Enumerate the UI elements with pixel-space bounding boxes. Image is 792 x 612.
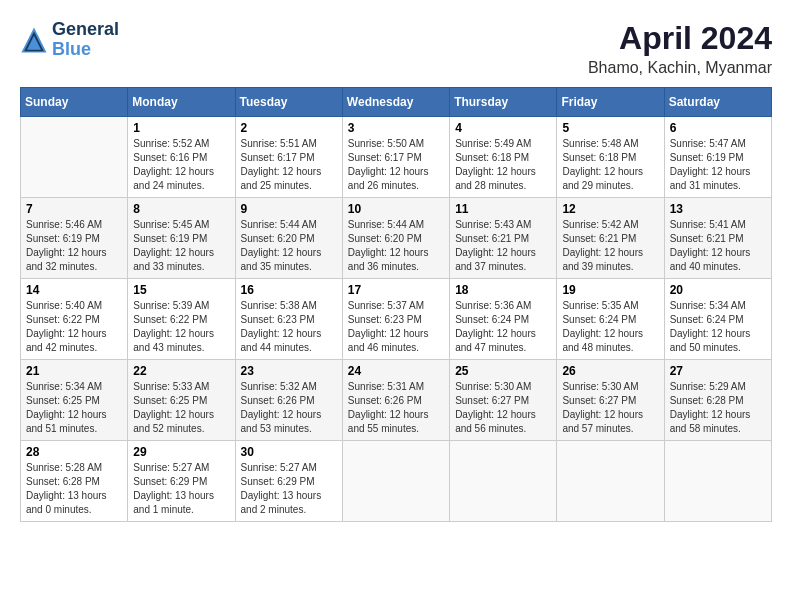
weekday-header: Sunday	[21, 88, 128, 117]
calendar-cell: 3Sunrise: 5:50 AM Sunset: 6:17 PM Daylig…	[342, 117, 449, 198]
day-number: 4	[455, 121, 551, 135]
day-info: Sunrise: 5:27 AM Sunset: 6:29 PM Dayligh…	[241, 461, 337, 517]
calendar-cell: 18Sunrise: 5:36 AM Sunset: 6:24 PM Dayli…	[450, 279, 557, 360]
day-info: Sunrise: 5:44 AM Sunset: 6:20 PM Dayligh…	[241, 218, 337, 274]
calendar-cell: 5Sunrise: 5:48 AM Sunset: 6:18 PM Daylig…	[557, 117, 664, 198]
day-info: Sunrise: 5:46 AM Sunset: 6:19 PM Dayligh…	[26, 218, 122, 274]
day-number: 21	[26, 364, 122, 378]
calendar-cell	[342, 441, 449, 522]
day-number: 15	[133, 283, 229, 297]
day-info: Sunrise: 5:49 AM Sunset: 6:18 PM Dayligh…	[455, 137, 551, 193]
day-number: 13	[670, 202, 766, 216]
weekday-header: Thursday	[450, 88, 557, 117]
day-info: Sunrise: 5:35 AM Sunset: 6:24 PM Dayligh…	[562, 299, 658, 355]
calendar-cell: 27Sunrise: 5:29 AM Sunset: 6:28 PM Dayli…	[664, 360, 771, 441]
calendar-cell	[557, 441, 664, 522]
calendar-cell: 20Sunrise: 5:34 AM Sunset: 6:24 PM Dayli…	[664, 279, 771, 360]
calendar-cell: 1Sunrise: 5:52 AM Sunset: 6:16 PM Daylig…	[128, 117, 235, 198]
day-number: 29	[133, 445, 229, 459]
calendar-cell: 25Sunrise: 5:30 AM Sunset: 6:27 PM Dayli…	[450, 360, 557, 441]
day-info: Sunrise: 5:52 AM Sunset: 6:16 PM Dayligh…	[133, 137, 229, 193]
day-number: 28	[26, 445, 122, 459]
calendar-week-row: 28Sunrise: 5:28 AM Sunset: 6:28 PM Dayli…	[21, 441, 772, 522]
day-info: Sunrise: 5:27 AM Sunset: 6:29 PM Dayligh…	[133, 461, 229, 517]
day-number: 18	[455, 283, 551, 297]
day-number: 12	[562, 202, 658, 216]
calendar-cell	[664, 441, 771, 522]
day-info: Sunrise: 5:29 AM Sunset: 6:28 PM Dayligh…	[670, 380, 766, 436]
calendar-table: SundayMondayTuesdayWednesdayThursdayFrid…	[20, 87, 772, 522]
day-info: Sunrise: 5:41 AM Sunset: 6:21 PM Dayligh…	[670, 218, 766, 274]
calendar-cell: 30Sunrise: 5:27 AM Sunset: 6:29 PM Dayli…	[235, 441, 342, 522]
day-number: 23	[241, 364, 337, 378]
calendar-cell: 2Sunrise: 5:51 AM Sunset: 6:17 PM Daylig…	[235, 117, 342, 198]
day-number: 16	[241, 283, 337, 297]
calendar-week-row: 14Sunrise: 5:40 AM Sunset: 6:22 PM Dayli…	[21, 279, 772, 360]
calendar-cell: 26Sunrise: 5:30 AM Sunset: 6:27 PM Dayli…	[557, 360, 664, 441]
calendar-cell: 19Sunrise: 5:35 AM Sunset: 6:24 PM Dayli…	[557, 279, 664, 360]
day-number: 8	[133, 202, 229, 216]
calendar-cell	[450, 441, 557, 522]
day-info: Sunrise: 5:40 AM Sunset: 6:22 PM Dayligh…	[26, 299, 122, 355]
day-number: 24	[348, 364, 444, 378]
calendar-cell: 6Sunrise: 5:47 AM Sunset: 6:19 PM Daylig…	[664, 117, 771, 198]
day-number: 14	[26, 283, 122, 297]
calendar-cell: 14Sunrise: 5:40 AM Sunset: 6:22 PM Dayli…	[21, 279, 128, 360]
day-number: 10	[348, 202, 444, 216]
page-header: General Blue April 2024 Bhamo, Kachin, M…	[20, 20, 772, 77]
day-number: 2	[241, 121, 337, 135]
day-info: Sunrise: 5:28 AM Sunset: 6:28 PM Dayligh…	[26, 461, 122, 517]
day-number: 9	[241, 202, 337, 216]
day-info: Sunrise: 5:39 AM Sunset: 6:22 PM Dayligh…	[133, 299, 229, 355]
calendar-cell: 13Sunrise: 5:41 AM Sunset: 6:21 PM Dayli…	[664, 198, 771, 279]
day-info: Sunrise: 5:45 AM Sunset: 6:19 PM Dayligh…	[133, 218, 229, 274]
day-number: 3	[348, 121, 444, 135]
title-area: April 2024 Bhamo, Kachin, Myanmar	[588, 20, 772, 77]
calendar-week-row: 7Sunrise: 5:46 AM Sunset: 6:19 PM Daylig…	[21, 198, 772, 279]
logo: General Blue	[20, 20, 119, 60]
calendar-cell: 8Sunrise: 5:45 AM Sunset: 6:19 PM Daylig…	[128, 198, 235, 279]
day-info: Sunrise: 5:50 AM Sunset: 6:17 PM Dayligh…	[348, 137, 444, 193]
day-info: Sunrise: 5:43 AM Sunset: 6:21 PM Dayligh…	[455, 218, 551, 274]
calendar-cell: 17Sunrise: 5:37 AM Sunset: 6:23 PM Dayli…	[342, 279, 449, 360]
day-info: Sunrise: 5:30 AM Sunset: 6:27 PM Dayligh…	[455, 380, 551, 436]
calendar-cell: 4Sunrise: 5:49 AM Sunset: 6:18 PM Daylig…	[450, 117, 557, 198]
day-number: 19	[562, 283, 658, 297]
calendar-cell: 11Sunrise: 5:43 AM Sunset: 6:21 PM Dayli…	[450, 198, 557, 279]
day-info: Sunrise: 5:32 AM Sunset: 6:26 PM Dayligh…	[241, 380, 337, 436]
main-title: April 2024	[588, 20, 772, 57]
day-info: Sunrise: 5:42 AM Sunset: 6:21 PM Dayligh…	[562, 218, 658, 274]
weekday-header: Tuesday	[235, 88, 342, 117]
calendar-cell: 7Sunrise: 5:46 AM Sunset: 6:19 PM Daylig…	[21, 198, 128, 279]
calendar-cell: 9Sunrise: 5:44 AM Sunset: 6:20 PM Daylig…	[235, 198, 342, 279]
day-number: 11	[455, 202, 551, 216]
day-number: 22	[133, 364, 229, 378]
day-info: Sunrise: 5:44 AM Sunset: 6:20 PM Dayligh…	[348, 218, 444, 274]
weekday-header: Wednesday	[342, 88, 449, 117]
weekday-header-row: SundayMondayTuesdayWednesdayThursdayFrid…	[21, 88, 772, 117]
day-number: 1	[133, 121, 229, 135]
subtitle: Bhamo, Kachin, Myanmar	[588, 59, 772, 77]
calendar-week-row: 1Sunrise: 5:52 AM Sunset: 6:16 PM Daylig…	[21, 117, 772, 198]
calendar-cell: 23Sunrise: 5:32 AM Sunset: 6:26 PM Dayli…	[235, 360, 342, 441]
day-number: 26	[562, 364, 658, 378]
day-info: Sunrise: 5:34 AM Sunset: 6:25 PM Dayligh…	[26, 380, 122, 436]
weekday-header: Monday	[128, 88, 235, 117]
day-info: Sunrise: 5:47 AM Sunset: 6:19 PM Dayligh…	[670, 137, 766, 193]
day-info: Sunrise: 5:36 AM Sunset: 6:24 PM Dayligh…	[455, 299, 551, 355]
day-number: 17	[348, 283, 444, 297]
day-number: 27	[670, 364, 766, 378]
day-info: Sunrise: 5:34 AM Sunset: 6:24 PM Dayligh…	[670, 299, 766, 355]
day-info: Sunrise: 5:48 AM Sunset: 6:18 PM Dayligh…	[562, 137, 658, 193]
calendar-cell	[21, 117, 128, 198]
day-number: 7	[26, 202, 122, 216]
weekday-header: Saturday	[664, 88, 771, 117]
day-info: Sunrise: 5:31 AM Sunset: 6:26 PM Dayligh…	[348, 380, 444, 436]
weekday-header: Friday	[557, 88, 664, 117]
day-info: Sunrise: 5:38 AM Sunset: 6:23 PM Dayligh…	[241, 299, 337, 355]
day-info: Sunrise: 5:37 AM Sunset: 6:23 PM Dayligh…	[348, 299, 444, 355]
calendar-cell: 21Sunrise: 5:34 AM Sunset: 6:25 PM Dayli…	[21, 360, 128, 441]
day-number: 5	[562, 121, 658, 135]
day-number: 25	[455, 364, 551, 378]
calendar-cell: 29Sunrise: 5:27 AM Sunset: 6:29 PM Dayli…	[128, 441, 235, 522]
